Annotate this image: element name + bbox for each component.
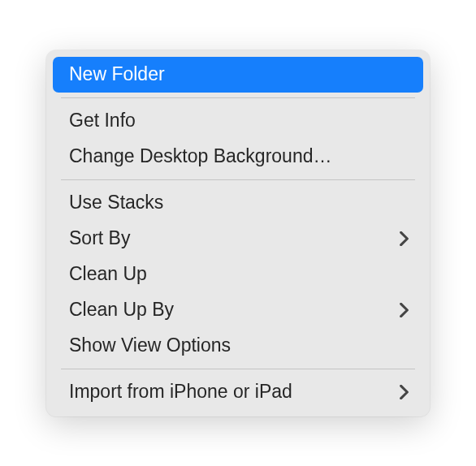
menu-divider: [61, 369, 415, 369]
menu-item-label: Clean Up By: [69, 299, 174, 321]
menu-item-new-folder[interactable]: New Folder: [53, 57, 423, 93]
menu-item-label: New Folder: [69, 63, 165, 85]
menu-item-import-from-iphone-or-ipad[interactable]: Import from iPhone or iPad: [53, 374, 423, 410]
menu-item-show-view-options[interactable]: Show View Options: [53, 328, 423, 364]
menu-divider: [61, 97, 415, 98]
menu-item-label: Import from iPhone or iPad: [69, 381, 292, 403]
chevron-right-icon: [400, 231, 409, 246]
menu-item-clean-up[interactable]: Clean Up: [53, 257, 423, 292]
menu-item-change-desktop-background[interactable]: Change Desktop Background…: [53, 139, 423, 175]
chevron-right-icon: [400, 303, 409, 317]
menu-item-sort-by[interactable]: Sort By: [53, 221, 423, 257]
menu-item-label: Change Desktop Background…: [69, 145, 331, 167]
context-menu: New Folder Get Info Change Desktop Backg…: [46, 50, 430, 416]
chevron-right-icon: [400, 385, 409, 399]
menu-item-clean-up-by[interactable]: Clean Up By: [53, 292, 423, 328]
menu-item-label: Sort By: [69, 227, 130, 249]
menu-item-label: Clean Up: [69, 263, 147, 285]
menu-item-label: Get Info: [69, 110, 136, 132]
menu-item-get-info[interactable]: Get Info: [53, 103, 423, 139]
menu-item-use-stacks[interactable]: Use Stacks: [53, 185, 423, 221]
menu-item-label: Use Stacks: [69, 192, 163, 214]
menu-divider: [61, 179, 415, 180]
menu-item-label: Show View Options: [69, 334, 231, 356]
